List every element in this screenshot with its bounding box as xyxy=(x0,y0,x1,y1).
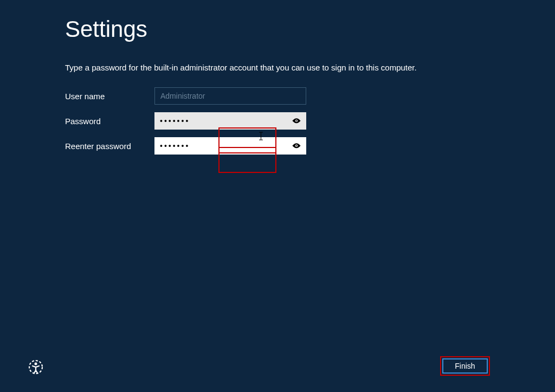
reenter-field-wrap xyxy=(154,137,306,155)
password-input[interactable] xyxy=(154,112,287,130)
svg-point-8 xyxy=(35,363,37,365)
finish-button-wrap: Finish xyxy=(440,356,490,376)
eye-icon xyxy=(292,142,301,151)
password-label: Password xyxy=(65,117,154,126)
annotation-box xyxy=(218,148,220,153)
reveal-password-button[interactable] xyxy=(287,112,306,130)
username-row: User name xyxy=(65,87,488,105)
annotation-box: Finish xyxy=(440,356,490,376)
username-input xyxy=(154,87,306,105)
finish-button[interactable]: Finish xyxy=(442,358,488,374)
annotation-box xyxy=(275,148,276,153)
settings-panel: Settings Type a password for the built-i… xyxy=(65,16,488,162)
ease-of-access-button[interactable] xyxy=(27,358,44,376)
ease-of-access-icon xyxy=(27,358,44,376)
password-field-wrap xyxy=(154,112,306,130)
reenter-row: Reenter password xyxy=(65,137,488,155)
annotation-box xyxy=(218,152,276,173)
page-title: Settings xyxy=(65,16,488,42)
reveal-reenter-button[interactable] xyxy=(287,137,306,155)
reenter-label: Reenter password xyxy=(65,142,154,151)
password-row: Password xyxy=(65,112,488,130)
reenter-password-input[interactable] xyxy=(154,137,287,155)
svg-point-1 xyxy=(296,120,297,121)
username-label: User name xyxy=(65,92,154,101)
svg-point-3 xyxy=(296,145,297,146)
eye-icon xyxy=(292,117,301,126)
instruction-text: Type a password for the built-in adminis… xyxy=(65,63,488,72)
username-field-wrap xyxy=(154,87,306,105)
